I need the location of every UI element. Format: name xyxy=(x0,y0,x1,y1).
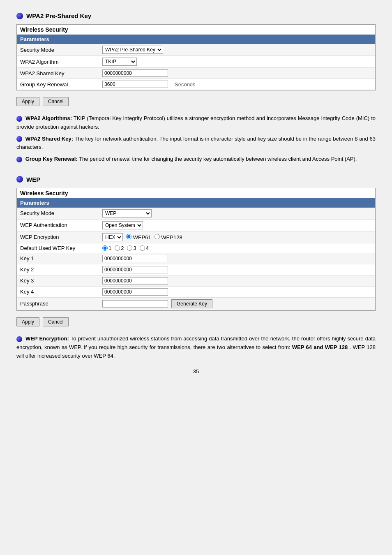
wep-passphrase-input[interactable] xyxy=(102,300,168,308)
wpa2-security-mode-value: WPA2 Pre-Shared Key xyxy=(102,46,372,54)
wep-auth-row: WEP Authentication Open System Shared Ke… xyxy=(17,220,375,231)
wep-passphrase-value: Generate Key xyxy=(102,299,372,308)
wep-desc-icon xyxy=(16,336,22,342)
wep-auth-select[interactable]: Open System Shared Key xyxy=(102,221,143,229)
wpa2-desc-groupkey-text: The period of renewal time for changing … xyxy=(79,156,357,162)
wpa2-desc-groupkey: Group Key Renewal: The period of renewal… xyxy=(16,155,376,164)
wep-table-header: Parameters xyxy=(17,198,375,208)
wpa2-apply-button[interactable]: Apply xyxy=(16,97,39,106)
wep-wep61-label[interactable]: WEP61 xyxy=(126,234,151,240)
wep-wep61-radio[interactable] xyxy=(126,234,131,239)
wep-security-mode-select[interactable]: WEP xyxy=(102,209,152,217)
wpa2-desc-algo-icon xyxy=(16,116,22,122)
wep-box-title: Wireless Security xyxy=(17,188,375,198)
wep-auth-label: WEP Authentication xyxy=(20,222,102,228)
page-number: 35 xyxy=(16,368,376,375)
wep-apply-button[interactable]: Apply xyxy=(16,317,39,326)
wep-wep128-label[interactable]: WEP128 xyxy=(154,234,182,240)
wep-passphrase-row: Passphrase Generate Key xyxy=(17,298,375,310)
wep-key1-row: Key 1 xyxy=(17,253,375,264)
wpa2-security-mode-select[interactable]: WPA2 Pre-Shared Key xyxy=(102,46,163,54)
wpa2-shared-key-value xyxy=(102,69,372,77)
wep-key3-input[interactable] xyxy=(102,277,168,284)
wep-key2-text: 2 xyxy=(121,245,124,251)
wep-desc-encryption: WEP Encryption: To prevent unauthorized … xyxy=(16,335,376,360)
wep-default-key-label: Default Used WEP Key xyxy=(20,245,102,251)
wpa2-security-box: Wireless Security Parameters Security Mo… xyxy=(16,24,376,90)
wep-wep128-radio[interactable] xyxy=(154,234,160,239)
wpa2-desc-algo-bold: WPA2 Algorithms: xyxy=(25,115,72,121)
wep-bullet-icon xyxy=(16,176,23,183)
wpa2-box-title: Wireless Security xyxy=(17,25,375,35)
wep-key3-text: 3 xyxy=(133,245,136,251)
wpa2-desc-groupkey-icon xyxy=(16,157,22,162)
wep-key1-radio-label[interactable]: 1 xyxy=(102,245,111,251)
wep-cancel-button[interactable]: Cancel xyxy=(43,317,69,326)
wep-generate-key-button[interactable]: Generate Key xyxy=(171,299,212,308)
wep-encryption-label: WEP Encryption xyxy=(20,234,102,240)
wep-default-key-value: 1 2 3 4 xyxy=(102,245,372,251)
wep-desc-wep-versions: WEP 64 and WEP 128 xyxy=(292,344,348,350)
wep-security-box: Wireless Security Parameters Security Mo… xyxy=(16,188,376,311)
wpa2-bullet-icon xyxy=(16,13,23,19)
wpa2-cancel-button[interactable]: Cancel xyxy=(43,97,69,106)
wep-key2-input[interactable] xyxy=(102,266,168,273)
wep-key3-row: Key 3 xyxy=(17,275,375,287)
wpa2-algorithm-row: WPA2 Algorithm TKIP AES TKIP+AES xyxy=(17,56,375,68)
wep-key4-radio-label[interactable]: 4 xyxy=(140,245,149,251)
wpa2-button-row: Apply Cancel xyxy=(16,97,376,106)
wpa2-group-key-value: Seconds xyxy=(102,81,372,88)
wpa2-desc-sharedkey-bold: WPA2 Shared Key: xyxy=(25,136,73,142)
wpa2-descriptions: WPA2 Algorithms: TKIP (Temporal Key Inte… xyxy=(16,114,376,164)
wep-section-title: WEP xyxy=(16,176,376,183)
wep-key1-input[interactable] xyxy=(102,255,168,262)
wpa2-group-key-input[interactable] xyxy=(102,81,168,88)
wpa2-security-mode-row: Security Mode WPA2 Pre-Shared Key xyxy=(17,44,375,56)
wpa2-table-header: Parameters xyxy=(17,35,375,44)
wep-key4-text: 4 xyxy=(146,245,149,251)
wep-hex-select[interactable]: HEX ASCII xyxy=(102,233,123,241)
wpa2-security-mode-label: Security Mode xyxy=(20,47,102,53)
wep-key2-value xyxy=(102,266,372,273)
wpa2-group-key-row: Group Key Renewal Seconds xyxy=(17,79,375,90)
wep-auth-value: Open System Shared Key xyxy=(102,221,372,229)
wep-key4-label: Key 4 xyxy=(20,289,102,295)
wpa2-desc-sharedkey: WPA2 Shared Key: The key for network aut… xyxy=(16,135,376,152)
wep-encryption-value: HEX ASCII WEP61 WEP128 xyxy=(102,233,372,241)
wep-description: WEP Encryption: To prevent unauthorized … xyxy=(16,335,376,360)
wep-title-text: WEP xyxy=(26,176,40,183)
wep-key4-radio[interactable] xyxy=(140,245,145,251)
wep-key3-radio[interactable] xyxy=(127,245,132,251)
wpa2-algorithm-value: TKIP AES TKIP+AES xyxy=(102,58,372,66)
wep-default-key-row: Default Used WEP Key 1 2 3 4 xyxy=(17,243,375,253)
wep-key1-text: 1 xyxy=(108,245,111,251)
wpa2-desc-algorithms: WPA2 Algorithms: TKIP (Temporal Key Inte… xyxy=(16,114,376,132)
wep-security-mode-value: WEP xyxy=(102,209,372,217)
wep-key4-row: Key 4 xyxy=(17,287,375,298)
wep-key2-radio[interactable] xyxy=(115,245,120,251)
wep-key4-input[interactable] xyxy=(102,288,168,296)
wep-key2-label: Key 2 xyxy=(20,266,102,273)
wpa2-shared-key-label: WPA2 Shared Key xyxy=(20,70,102,76)
wep-passphrase-label: Passphrase xyxy=(20,301,102,307)
wpa2-group-key-label: Group Key Renewal xyxy=(20,81,102,88)
wep-security-mode-row: Security Mode WEP xyxy=(17,208,375,220)
wep-key1-value xyxy=(102,255,372,262)
wpa2-seconds-label: Seconds xyxy=(175,81,196,88)
wep-button-row: Apply Cancel xyxy=(16,317,376,326)
wep-key4-value xyxy=(102,288,372,296)
wep-key2-radio-label[interactable]: 2 xyxy=(115,245,124,251)
wpa2-desc-sharedkey-icon xyxy=(16,136,22,142)
wep-key1-label: Key 1 xyxy=(20,255,102,261)
wep-wep128-text: WEP128 xyxy=(161,234,182,240)
wpa2-algorithm-select[interactable]: TKIP AES TKIP+AES xyxy=(102,58,137,66)
wep-security-mode-label: Security Mode xyxy=(20,210,102,216)
wep-key3-value xyxy=(102,277,372,284)
wep-key1-radio[interactable] xyxy=(102,245,108,251)
wep-key3-radio-label[interactable]: 3 xyxy=(127,245,136,251)
wep-encryption-row: WEP Encryption HEX ASCII WEP61 WEP128 xyxy=(17,231,375,243)
wep-key3-label: Key 3 xyxy=(20,278,102,284)
wep-key2-row: Key 2 xyxy=(17,264,375,275)
wpa2-algorithm-label: WPA2 Algorithm xyxy=(20,59,102,65)
wpa2-shared-key-input[interactable] xyxy=(102,69,168,77)
